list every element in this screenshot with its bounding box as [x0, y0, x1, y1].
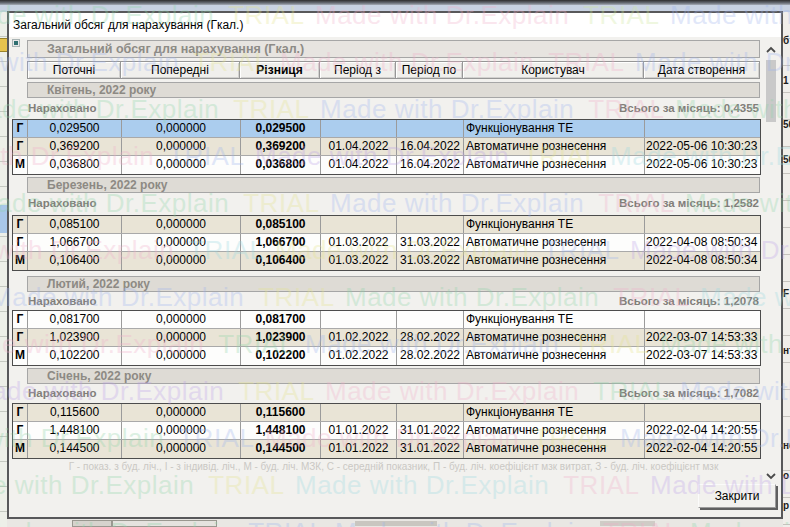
month-total: Всього за місяць: 0,4355	[619, 102, 759, 114]
month-group-bar[interactable]: Березень, 2022 року	[27, 177, 760, 193]
column-header-6[interactable]: Користувач	[463, 61, 644, 79]
accrued-summary-line: НарахованоВсього за місяць: 1,2582	[28, 197, 759, 209]
column-header-4[interactable]: Період з	[320, 61, 396, 79]
cell-previous: 0,000000	[122, 440, 241, 458]
cell-pto: 16.04.2022	[397, 156, 464, 174]
cell-user: Автоматичне рознесення	[464, 156, 645, 174]
cell-pfrom: 01.01.2022	[321, 422, 397, 439]
column-header-1[interactable]: Поточні	[27, 61, 121, 79]
table-row[interactable]: Г1,0239000,0000001,02390001.02.202228.02…	[13, 329, 760, 347]
cell-diff: 0,081700	[241, 311, 321, 328]
cell-created	[645, 311, 760, 328]
cell-marker: Г	[13, 311, 28, 328]
cell-diff: 1,448100	[241, 422, 321, 439]
background-text-fragment: F	[783, 288, 790, 299]
cell-diff: 0,085100	[241, 216, 321, 233]
column-header-5[interactable]: Період по	[396, 61, 463, 79]
cell-marker: Г	[13, 404, 28, 421]
cell-previous: 0,000000	[122, 404, 241, 421]
cell-pto	[397, 311, 464, 328]
background-cell-fragment-yellow	[0, 38, 7, 52]
cell-created	[645, 120, 760, 137]
cell-created: 2022-04-08 08:50:34	[645, 234, 760, 251]
cell-previous: 0,000000	[122, 120, 241, 137]
cell-pto: 31.03.2022	[397, 234, 464, 251]
table-row[interactable]: Г1,0667000,0000001,06670001.03.202231.03…	[13, 234, 760, 252]
accrued-label: Нараховано	[28, 102, 97, 114]
cell-marker: Г	[13, 138, 28, 155]
scrollbar-thumb[interactable]	[766, 60, 776, 122]
table-row[interactable]: М0,1445000,0000000,14450001.01.202231.01…	[13, 440, 760, 458]
table-row[interactable]: М0,1064000,0000000,10640001.03.202231.03…	[13, 252, 760, 270]
background-text-fragment: но	[783, 440, 790, 451]
cell-created: 2022-03-07 14:53:33	[645, 347, 760, 365]
cell-user: Функціонування ТЕ	[464, 120, 645, 137]
cell-pto: 31.03.2022	[397, 252, 464, 270]
background-table-fragment	[600, 521, 655, 526]
scroll-up-button[interactable]	[763, 42, 779, 54]
accrued-label: Нараховано	[28, 387, 97, 399]
cell-user: Функціонування ТЕ	[464, 404, 645, 421]
table-row[interactable]: Г1,4481000,0000001,44810001.01.202231.01…	[13, 422, 760, 440]
cell-created	[645, 404, 760, 421]
table-row[interactable]: Г0,0817000,0000000,081700Функціонування …	[13, 311, 760, 329]
month-total-label: Всього за місяць:	[619, 197, 721, 209]
cell-pto: 28.02.2022	[397, 329, 464, 346]
cell-pfrom: 01.02.2022	[321, 329, 397, 346]
legend-footnote: Г - показ. з буд. ліч., І - з індивід. л…	[27, 461, 760, 472]
background-text-fragment: о	[783, 470, 790, 481]
cell-diff: 0,115600	[241, 404, 321, 421]
background-text-fragment: 50	[783, 119, 790, 130]
cell-diff: 0,106400	[241, 252, 321, 270]
background-cell-fragment-blue	[0, 205, 7, 233]
column-header-2[interactable]: Попередні	[121, 61, 240, 79]
cell-diff: 1,066700	[241, 234, 321, 251]
table-header-row: ПоточніПопередніРізницяПеріод зПеріод по…	[27, 61, 760, 79]
cell-previous: 0,000000	[122, 216, 241, 233]
cell-user: Автоматичне рознесення	[464, 347, 645, 365]
cell-pto: 28.02.2022	[397, 347, 464, 365]
cell-pfrom	[321, 120, 397, 137]
cell-current: 0,369200	[28, 138, 122, 155]
cell-diff: 0,144500	[241, 440, 321, 458]
month-data-table: Г0,0817000,0000000,081700Функціонування …	[12, 310, 761, 366]
background-text-fragment: р	[783, 500, 790, 511]
cell-pfrom: 01.03.2022	[321, 234, 397, 251]
month-total-label: Всього за місяць:	[619, 102, 721, 114]
table-row[interactable]: Г0,0851000,0000000,085100Функціонування …	[13, 216, 760, 234]
cell-user: Функціонування ТЕ	[464, 311, 645, 328]
cell-pfrom: 01.02.2022	[321, 347, 397, 365]
month-group-bar[interactable]: Січень, 2022 року	[27, 368, 760, 384]
column-header-7[interactable]: Дата створення	[644, 61, 760, 79]
cell-marker: М	[13, 156, 28, 174]
column-header-3[interactable]: Різниця	[240, 61, 320, 79]
dialog-window: Загальний обсяг для нарахування (Гкал.) …	[7, 11, 783, 519]
cell-created: 2022-05-06 10:30:23	[645, 156, 760, 174]
cell-previous: 0,000000	[122, 422, 241, 439]
table-row[interactable]: Г0,1156000,0000000,115600Функціонування …	[13, 404, 760, 422]
background-window-right-strip: б15050Fнтноор	[783, 12, 790, 527]
close-button[interactable]: Закрити	[698, 484, 776, 508]
dialog-grid-icon	[12, 39, 20, 47]
cell-created	[645, 216, 760, 233]
month-total: Всього за місяць: 1,7082	[619, 387, 759, 399]
cell-marker: Г	[13, 216, 28, 233]
month-group-bar[interactable]: Лютий, 2022 року	[27, 276, 760, 292]
month-total-label: Всього за місяць:	[619, 295, 721, 307]
vertical-scrollbar[interactable]	[763, 41, 779, 493]
dialog-title[interactable]: Загальний обсяг для нарахування (Гкал.)	[9, 13, 781, 37]
cell-pto: 31.01.2022	[397, 422, 464, 439]
cell-marker: М	[13, 440, 28, 458]
accrued-summary-line: НарахованоВсього за місяць: 0,4355	[28, 102, 759, 114]
cell-user: Автоматичне рознесення	[464, 422, 645, 439]
scroll-down-button[interactable]	[763, 468, 779, 480]
table-row[interactable]: М0,0368000,0000000,03680001.04.202216.04…	[13, 156, 760, 174]
cell-pfrom	[321, 216, 397, 233]
background-text-fragment: 1	[783, 75, 790, 86]
table-row-selected[interactable]: Г0,0295000,0000000,029500Функціонування …	[13, 120, 760, 138]
table-row[interactable]: М0,1022000,0000000,10220001.02.202228.02…	[13, 347, 760, 365]
cell-diff: 1,023900	[241, 329, 321, 346]
table-row[interactable]: Г0,3692000,0000000,36920001.04.202216.04…	[13, 138, 760, 156]
background-text-fragment: 50	[783, 154, 790, 165]
month-group-bar[interactable]: Квітень, 2022 року	[27, 82, 760, 98]
